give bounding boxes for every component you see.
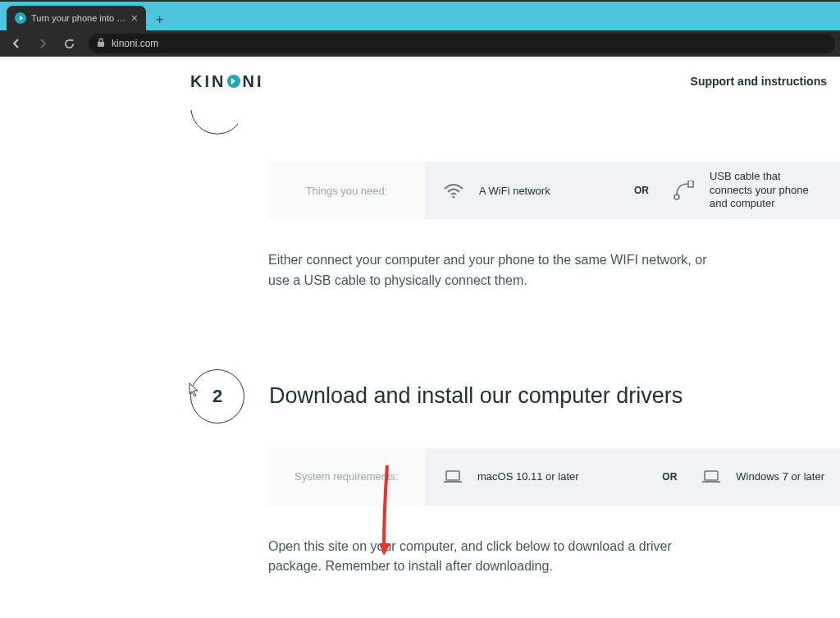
mac-req-text: macOS 10.11 or later [477,470,579,483]
browser-tab[interactable]: Turn your phone into a wireless w × [7,6,146,30]
wifi-icon [443,182,464,199]
step2-title: Download and install our computer driver… [269,383,682,409]
svg-point-1 [453,196,455,199]
or-divider: OR [628,162,655,219]
step-2-circle: 2 [190,369,244,423]
usb-text: USB cable that connects your phone and c… [710,170,824,212]
lock-icon [97,38,105,49]
wifi-text: A WiFi network [479,185,550,197]
step1-description: Either connect your computer and your ph… [268,250,711,291]
usb-cable-icon [673,181,695,200]
or-divider-2: OR [655,448,683,506]
laptop-icon [443,469,463,484]
win-req-text: Windows 7 or later [736,470,824,483]
step-1-circle [190,83,244,137]
back-button[interactable] [5,32,28,55]
new-tab-button[interactable]: + [146,12,173,30]
site-header: KINNI Support and instructions [0,57,840,106]
req-label-2: System requirements: [268,448,425,506]
reload-button[interactable] [57,32,80,55]
forward-button[interactable] [31,32,54,55]
step2-description: Open this site on your computer, and cli… [268,537,711,578]
step2-requirements: System requirements: macOS 10.11 or late… [268,448,840,506]
tab-favicon-icon [15,12,26,24]
svg-rect-3 [446,471,459,480]
browser-tab-bar: Turn your phone into a wireless w × + [0,2,840,30]
url-text: kinoni.com [112,38,158,49]
step1-requirements: Things you need: A WiFi network OR USB c… [268,162,840,219]
laptop-icon-2 [701,469,721,484]
support-link[interactable]: Support and instructions [691,75,827,88]
tab-title: Turn your phone into a wireless w [31,13,126,23]
address-bar[interactable]: kinoni.com [89,34,835,53]
svg-rect-0 [98,42,104,47]
tab-close-icon[interactable]: × [131,11,138,25]
browser-toolbar: kinoni.com [0,30,840,57]
svg-rect-4 [705,471,718,480]
req-label: Things you need: [268,162,425,219]
